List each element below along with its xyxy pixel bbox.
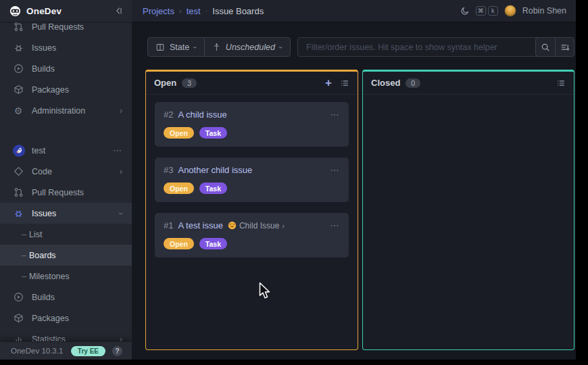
card-more-icon[interactable]: ⋯	[330, 168, 341, 173]
chevron-down-icon: ›	[277, 46, 285, 49]
sidebar-collapse-button[interactable]	[114, 6, 124, 16]
order-button[interactable]	[555, 38, 574, 56]
sidebar-item-administration[interactable]: ⚙ Administration ›	[0, 100, 132, 121]
add-card-button[interactable]: +	[325, 77, 332, 89]
column-menu-button[interactable]	[556, 78, 566, 88]
issue-title[interactable]: A child issue	[178, 110, 226, 120]
app-window: OneDev Projects › test · Issue Boards ⌘ …	[0, 0, 576, 360]
filter-bar: State › Unscheduled ›	[147, 37, 574, 57]
laughing-emoji-icon	[228, 221, 237, 230]
top-bar: OneDev Projects › test · Issue Boards ⌘ …	[0, 0, 576, 22]
columns-icon	[155, 43, 165, 52]
issue-card[interactable]: #2 A child issue ⋯ Open Task	[155, 102, 349, 147]
dash-icon: –	[19, 230, 29, 239]
column-menu-button[interactable]	[340, 78, 349, 88]
user-avatar[interactable]	[504, 5, 516, 17]
gear-icon: ⚙	[13, 105, 24, 116]
issue-card[interactable]: #3 Another child issue ⋯ Open Task	[155, 157, 349, 202]
play-circle-icon	[13, 292, 24, 302]
issue-number: #1	[164, 220, 173, 230]
package-box-icon	[13, 84, 24, 95]
sidebar-item-project-builds[interactable]: Builds	[0, 287, 132, 308]
search-button[interactable]	[536, 38, 555, 56]
issue-filter-input[interactable]	[297, 37, 549, 57]
sidebar-item-builds[interactable]: Builds	[0, 58, 132, 79]
board-select-dropdown[interactable]: State ›	[148, 38, 204, 56]
sidebar-item-project-packages[interactable]: Packages	[0, 308, 132, 328]
sidebar: Pull Requests Issues Builds Packages ⚙ A…	[0, 22, 132, 360]
column-count-badge: 3	[182, 78, 197, 88]
bug-icon	[13, 208, 24, 218]
sidebar-footer: OneDev 10.3.1 Try EE ?	[0, 341, 132, 360]
version-label: OneDev 10.3.1	[11, 347, 64, 355]
breadcrumb-projects-link[interactable]: Projects	[143, 6, 174, 16]
breadcrumb-project-link[interactable]: test	[187, 6, 201, 16]
type-badge: Task	[199, 182, 227, 194]
list-menu-icon	[556, 78, 566, 88]
project-avatar-icon	[13, 145, 25, 157]
sidebar-item-issues[interactable]: Issues	[0, 37, 132, 58]
type-badge: Task	[199, 238, 227, 249]
closed-column-header: Closed 0	[363, 72, 574, 95]
k-key-icon: k	[488, 6, 498, 16]
column-count-badge: 0	[406, 78, 420, 88]
open-column-cards: #2 A child issue ⋯ Open Task #3 Another …	[146, 95, 358, 265]
bug-icon	[13, 43, 24, 53]
list-menu-icon	[340, 78, 349, 88]
child-issue-link[interactable]: Child Issue ›	[228, 221, 285, 230]
code-diamond-icon	[13, 166, 24, 176]
user-name[interactable]: Robin Shen	[522, 6, 566, 16]
shortcut-hint: ⌘ k	[476, 6, 498, 16]
chevron-down-icon: ›	[191, 46, 199, 49]
sidebar-project-header[interactable]: test ⋯	[0, 140, 132, 161]
project-menu-ellipsis-icon[interactable]: ⋯	[113, 145, 122, 155]
dark-mode-toggle[interactable]	[460, 6, 470, 16]
breadcrumb: Projects › test · Issue Boards	[132, 6, 460, 16]
issue-number: #2	[164, 110, 173, 120]
column-title: Open	[154, 78, 176, 88]
board-filter-group: State › Unscheduled ›	[147, 37, 291, 57]
sidebar-item-issues-milestones[interactable]: – Milestones	[0, 266, 132, 287]
column-title: Closed	[371, 78, 400, 88]
sidebar-item-packages[interactable]: Packages	[0, 79, 132, 100]
sidebar-item-code[interactable]: Code ›	[0, 161, 132, 182]
iteration-dropdown[interactable]: Unscheduled ›	[204, 38, 290, 56]
sidebar-item-issues-boards[interactable]: – Boards	[0, 245, 132, 266]
sidebar-item-project-issues[interactable]: Issues ›	[0, 203, 132, 224]
closed-column-cards	[363, 95, 574, 110]
play-circle-icon	[13, 64, 24, 74]
package-box-icon	[13, 313, 24, 323]
state-badge: Open	[164, 127, 194, 139]
issue-title[interactable]: Another child issue	[178, 165, 252, 175]
card-more-icon[interactable]: ⋯	[330, 112, 341, 118]
search-icon	[541, 43, 550, 52]
chevron-down-icon: ›	[116, 212, 126, 215]
dash-icon: –	[19, 272, 29, 281]
pull-request-icon	[13, 22, 24, 32]
onedev-logo-icon	[9, 5, 21, 17]
breadcrumb-separator: ›	[179, 7, 182, 15]
issue-title[interactable]: A test issue	[178, 220, 222, 230]
filter-action-group	[535, 37, 574, 57]
state-badge: Open	[164, 238, 194, 249]
card-more-icon[interactable]: ⋯	[330, 223, 341, 228]
try-ee-badge[interactable]: Try EE	[71, 346, 105, 356]
state-badge: Open	[164, 182, 194, 194]
help-icon[interactable]: ?	[112, 346, 122, 356]
breadcrumb-separator: ·	[205, 7, 208, 15]
milestone-icon	[212, 43, 221, 51]
sort-order-icon	[560, 43, 570, 52]
board-column-open: Open 3 + #2 A child issue ⋯ Open	[145, 70, 358, 350]
sidebar-item-project-pull-requests[interactable]: Pull Requests	[0, 182, 132, 203]
sidebar-item-pull-requests[interactable]: Pull Requests	[0, 22, 132, 37]
sidebar-item-issues-list[interactable]: – List	[0, 224, 132, 245]
chevron-right-icon: ›	[282, 222, 285, 230]
topbar-actions: ⌘ k Robin Shen	[460, 5, 576, 17]
brand-name: OneDev	[26, 6, 114, 16]
chevron-right-icon: ›	[120, 106, 122, 116]
issue-card[interactable]: #1 A test issue Child Issue › ⋯ Open Tas…	[155, 213, 349, 258]
pull-request-icon	[13, 187, 24, 197]
sidebar-section-gap	[0, 121, 132, 140]
issue-number: #3	[164, 165, 173, 175]
type-badge: Task	[199, 127, 227, 139]
